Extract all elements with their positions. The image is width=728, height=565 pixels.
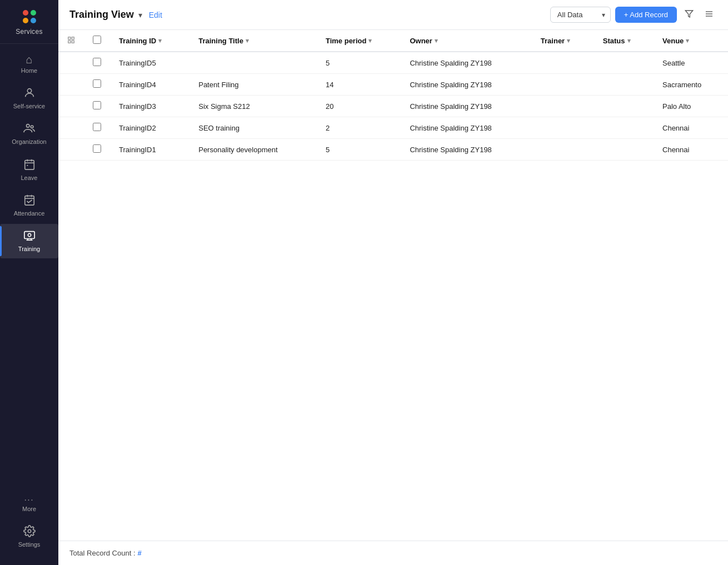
record-count-label: Total Record Count : <box>69 549 136 557</box>
svg-point-0 <box>27 89 31 93</box>
sort-icon: ▾ <box>686 37 689 44</box>
col-select-all <box>84 30 110 52</box>
columns-icon <box>705 9 714 18</box>
table-header-row: Training ID ▾ Training Title ▾ Time peri… <box>58 30 728 52</box>
columns-icon-button[interactable] <box>701 7 717 23</box>
self-service-icon <box>23 87 36 101</box>
select-all-checkbox[interactable] <box>93 36 101 44</box>
sidebar-item-home[interactable]: ⌂ Home <box>0 48 58 80</box>
cell-venue: Chennai <box>654 117 728 139</box>
cell-venue: Sacramento <box>654 74 728 96</box>
table-area: Training ID ▾ Training Title ▾ Time peri… <box>58 30 728 541</box>
row-toggle <box>58 139 84 161</box>
sidebar-item-label: Leave <box>21 174 38 182</box>
table-row: TrainingID5 5 Christine Spalding ZY198 S… <box>58 52 728 74</box>
sidebar-item-settings[interactable]: Settings <box>3 519 55 554</box>
cell-status <box>594 139 654 161</box>
col-header-time-period[interactable]: Time period ▾ <box>317 30 401 52</box>
view-chevron[interactable]: ▾ <box>138 11 142 19</box>
svg-point-17 <box>28 529 31 533</box>
page-title: Training View <box>69 9 134 21</box>
cell-training-title <box>190 52 317 74</box>
col-header-training-title[interactable]: Training Title ▾ <box>190 30 317 52</box>
row-checkbox-cell <box>84 139 110 161</box>
sidebar-item-leave[interactable]: Leave <box>0 153 58 187</box>
cell-venue: Palo Alto <box>654 96 728 117</box>
sidebar-item-self-service[interactable]: Self-service <box>0 81 58 116</box>
organization-icon <box>23 122 36 136</box>
cell-status <box>594 96 654 117</box>
filter-select-wrapper: All Data My Data Team Data <box>550 7 611 23</box>
sidebar-item-more[interactable]: ··· More <box>3 490 55 518</box>
cell-training-title: Patent Filing <box>190 74 317 96</box>
sidebar-item-label: Settings <box>18 541 41 548</box>
main-content: Training View ▾ Edit All Data My Data Te… <box>58 0 728 565</box>
settings-icon <box>23 525 36 539</box>
svg-rect-23 <box>72 37 74 39</box>
dot-green <box>31 10 36 16</box>
col-header-status[interactable]: Status ▾ <box>594 30 654 52</box>
row-toggle <box>58 117 84 139</box>
leave-icon <box>23 158 36 172</box>
sidebar-item-attendance[interactable]: Attendance <box>0 188 58 223</box>
add-record-button[interactable]: + Add Record <box>615 7 677 23</box>
svg-rect-8 <box>24 196 34 205</box>
svg-rect-3 <box>24 160 34 169</box>
sidebar-item-organization[interactable]: Organization <box>0 117 58 151</box>
row-checkbox[interactable] <box>93 101 101 109</box>
sidebar: Services ⌂ Home Self-service Organizatio… <box>0 0 58 565</box>
col-header-venue[interactable]: Venue ▾ <box>654 30 728 52</box>
cell-training-id: TrainingID2 <box>110 117 190 139</box>
record-count-value[interactable]: # <box>138 549 142 557</box>
sidebar-item-label: Training <box>18 246 40 253</box>
cell-training-id: TrainingID4 <box>110 74 190 96</box>
sidebar-item-training[interactable]: Training <box>0 224 58 258</box>
sidebar-bottom: ··· More Settings <box>0 484 58 565</box>
svg-rect-25 <box>72 41 74 43</box>
sidebar-logo: Services <box>0 0 58 44</box>
sidebar-item-label: More <box>22 506 36 513</box>
cell-venue: Seattle <box>654 52 728 74</box>
table-row: TrainingID4 Patent Filing 14 Christine S… <box>58 74 728 96</box>
row-checkbox-cell <box>84 96 110 117</box>
dot-yellow <box>23 18 28 23</box>
sidebar-nav: ⌂ Home Self-service Organization <box>0 46 58 484</box>
cell-training-id: TrainingID1 <box>110 139 190 161</box>
more-icon: ··· <box>24 496 34 503</box>
row-checkbox[interactable] <box>93 79 101 88</box>
table-body: TrainingID5 5 Christine Spalding ZY198 S… <box>58 52 728 161</box>
edit-link[interactable]: Edit <box>149 11 162 19</box>
svg-rect-22 <box>68 37 71 39</box>
cell-time-period: 2 <box>317 117 401 139</box>
dot-red <box>23 10 28 16</box>
cell-owner: Christine Spalding ZY198 <box>401 139 531 161</box>
services-label: Services <box>16 28 42 36</box>
cell-owner: Christine Spalding ZY198 <box>401 117 531 139</box>
cell-time-period: 5 <box>317 52 401 74</box>
sort-icon: ▾ <box>627 37 631 44</box>
col-header-training-id[interactable]: Training ID ▾ <box>110 30 190 52</box>
table-row: TrainingID3 Six Sigma S212 20 Christine … <box>58 96 728 117</box>
cell-trainer <box>532 139 594 161</box>
col-header-owner[interactable]: Owner ▾ <box>401 30 531 52</box>
row-checkbox-cell <box>84 74 110 96</box>
training-table: Training ID ▾ Training Title ▾ Time peri… <box>58 30 728 161</box>
cell-status <box>594 52 654 74</box>
sidebar-item-label: Self-service <box>13 103 45 110</box>
cell-owner: Christine Spalding ZY198 <box>401 96 531 117</box>
dot-blue <box>31 18 36 23</box>
filter-icon-button[interactable] <box>681 7 697 23</box>
cell-training-id: TrainingID3 <box>110 96 190 117</box>
row-checkbox[interactable] <box>93 123 101 131</box>
col-header-trainer[interactable]: Trainer ▾ <box>532 30 594 52</box>
cell-trainer <box>532 117 594 139</box>
row-checkbox[interactable] <box>93 144 101 153</box>
logo-dots <box>23 10 36 23</box>
cell-status <box>594 117 654 139</box>
table-collapse-icon[interactable] <box>67 37 75 46</box>
sidebar-item-label: Home <box>21 67 37 74</box>
sort-icon: ▾ <box>246 37 249 44</box>
row-checkbox[interactable] <box>93 58 101 66</box>
svg-marker-18 <box>685 11 692 17</box>
filter-select[interactable]: All Data My Data Team Data <box>550 7 611 23</box>
